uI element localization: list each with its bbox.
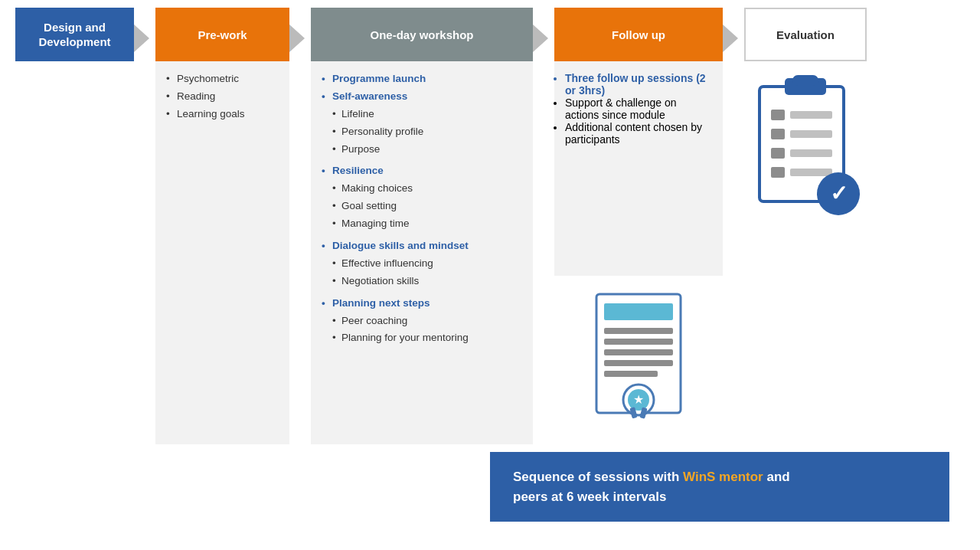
list-item: Three follow up sessions (2 or 3hrs) bbox=[565, 72, 712, 97]
stage-prework-label: Pre-work bbox=[198, 28, 247, 41]
list-item: Negotiation skills bbox=[322, 274, 522, 289]
svg-rect-16 bbox=[790, 111, 832, 119]
list-item: Lifeline bbox=[322, 107, 522, 122]
stage-followup-label: Follow up bbox=[612, 28, 665, 41]
svg-rect-5 bbox=[604, 360, 673, 366]
svg-rect-6 bbox=[604, 371, 658, 377]
stage-workshop-label: One-day workshop bbox=[370, 28, 473, 41]
list-item: Peer coaching bbox=[322, 314, 522, 329]
stage-followup-header: Follow up bbox=[554, 8, 723, 61]
list-item: Managing time bbox=[322, 217, 522, 231]
arrow-2 bbox=[289, 8, 311, 444]
followup-list: Three follow up sessions (2 or 3hrs) Sup… bbox=[565, 72, 712, 146]
list-item: Self-awareness bbox=[322, 90, 522, 104]
bottom-section: Sequence of sessions with WinS mentor an… bbox=[15, 452, 965, 522]
list-item: Planning next steps bbox=[322, 296, 522, 311]
stage-followup: Follow up Three follow up sessions (2 or… bbox=[554, 8, 723, 444]
svg-rect-18 bbox=[790, 130, 832, 138]
info-box-text-before: Sequence of sessions with bbox=[513, 470, 683, 484]
svg-rect-20 bbox=[790, 149, 832, 157]
stage-workshop-header: One-day workshop bbox=[311, 8, 533, 61]
svg-text:★: ★ bbox=[633, 393, 644, 406]
stage-evaluation-label: Evaluation bbox=[776, 28, 835, 41]
arrow-3 bbox=[533, 8, 554, 444]
list-item: Resilience bbox=[322, 164, 522, 178]
flow-row: Design and Development Pre-work Psychome… bbox=[15, 8, 965, 444]
arrow-1 bbox=[134, 8, 155, 444]
certificate-area: ★ bbox=[554, 286, 723, 444]
stage-design-body bbox=[15, 61, 134, 444]
arrow-shape-2 bbox=[289, 25, 305, 52]
list-item: Effective influencing bbox=[322, 257, 522, 271]
info-box: Sequence of sessions with WinS mentor an… bbox=[490, 452, 949, 522]
stage-prework-header: Pre-work bbox=[155, 8, 289, 61]
stage-design-label: Design and Development bbox=[38, 20, 110, 50]
svg-rect-15 bbox=[771, 110, 785, 120]
arrow-shape-4 bbox=[723, 25, 738, 52]
svg-text:✓: ✓ bbox=[830, 182, 848, 205]
clipboard-icon: ✓ bbox=[748, 67, 863, 221]
arrow-4 bbox=[723, 8, 744, 444]
stage-followup-body: Three follow up sessions (2 or 3hrs) Sup… bbox=[554, 61, 723, 276]
list-item: Personality profile bbox=[322, 125, 522, 139]
stage-design-header: Design and Development bbox=[15, 8, 134, 61]
stage-workshop: One-day workshop Programme launch Self-a… bbox=[311, 8, 533, 444]
svg-rect-22 bbox=[790, 169, 832, 176]
svg-rect-4 bbox=[604, 349, 673, 355]
svg-rect-14 bbox=[792, 75, 818, 86]
svg-rect-17 bbox=[771, 129, 785, 139]
stage-workshop-body: Programme launch Self-awareness Lifeline… bbox=[311, 61, 533, 444]
list-item: Learning goals bbox=[166, 107, 279, 122]
svg-rect-1 bbox=[604, 303, 673, 320]
stage-prework-body: Psychometric Reading Learning goals bbox=[155, 61, 289, 444]
svg-rect-21 bbox=[771, 167, 785, 178]
svg-rect-2 bbox=[604, 328, 673, 334]
list-item: Goal setting bbox=[322, 199, 522, 214]
svg-rect-3 bbox=[604, 339, 673, 345]
list-item: Dialogue skills and mindset bbox=[322, 239, 522, 254]
list-item: Purpose bbox=[322, 142, 522, 157]
stage-evaluation-header: Evaluation bbox=[744, 8, 867, 61]
svg-rect-19 bbox=[771, 148, 785, 159]
workshop-list: Programme launch Self-awareness Lifeline… bbox=[322, 72, 522, 345]
list-item: Psychometric bbox=[166, 72, 279, 87]
stage-evaluation: Evaluation bbox=[744, 8, 867, 444]
arrow-shape-1 bbox=[134, 25, 149, 52]
main-container: Design and Development Pre-work Psychome… bbox=[0, 0, 980, 550]
arrow-shape-3 bbox=[533, 25, 548, 52]
list-item: Additional content chosen by participant… bbox=[565, 121, 712, 146]
list-item: Reading bbox=[166, 90, 279, 104]
evaluation-icon-area: ✓ bbox=[748, 67, 863, 223]
list-item: Making choices bbox=[322, 182, 522, 196]
list-item: Support & challenge on actions since mod… bbox=[565, 97, 712, 121]
prework-list: Psychometric Reading Learning goals bbox=[166, 72, 279, 122]
info-box-highlight: WinS mentor bbox=[683, 470, 763, 484]
list-item: Programme launch bbox=[322, 72, 522, 87]
stage-prework: Pre-work Psychometric Reading Learning g… bbox=[155, 8, 289, 444]
stage-design: Design and Development bbox=[15, 8, 134, 444]
list-item: Planning for your mentoring bbox=[322, 331, 522, 345]
certificate-icon: ★ bbox=[589, 286, 688, 421]
